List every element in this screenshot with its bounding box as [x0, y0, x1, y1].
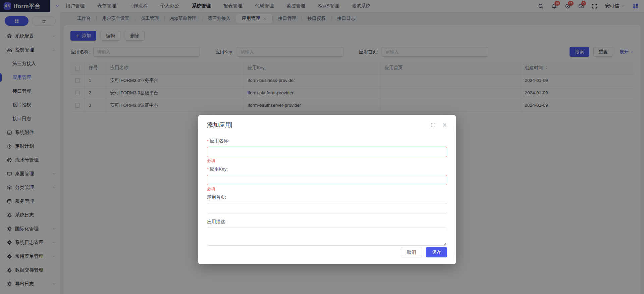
app-name-error: 必填 [207, 158, 447, 163]
app-desc-textarea[interactable] [207, 228, 447, 246]
app-home-input[interactable] [207, 203, 447, 213]
expand-icon[interactable] [431, 122, 436, 128]
modal-footer: 取消 保存 [198, 247, 456, 265]
save-button[interactable]: 保存 [426, 247, 447, 257]
app-root: AK iform平台 用户管理 表单管理 工作流程 个人办公 系统管理 报表管理… [0, 0, 644, 294]
cancel-button[interactable]: 取消 [401, 247, 422, 257]
modal-header: 添加应用 [198, 115, 456, 131]
modal-title: 添加应用 [207, 121, 231, 129]
app-key-error: 必填 [207, 186, 447, 191]
app-name-input[interactable] [207, 147, 447, 157]
required-mark: * [207, 167, 209, 172]
app-key-input[interactable] [207, 175, 447, 185]
app-home-label: 应用首页: [207, 194, 447, 200]
app-name-label: * 应用名称: [207, 138, 447, 144]
modal-body: * 应用名称: 必填 * 应用Key: 必填 应用首页: 应用描述: [198, 131, 456, 247]
text-cursor [231, 122, 232, 128]
close-icon[interactable] [442, 122, 447, 128]
app-key-label: * 应用Key: [207, 166, 447, 172]
app-desc-label: 应用描述: [207, 219, 447, 225]
add-app-modal: 添加应用 * 应用名称: 必填 * 应用Key: 必填 应用首页: 应用 [198, 115, 456, 264]
required-mark: * [207, 139, 209, 144]
